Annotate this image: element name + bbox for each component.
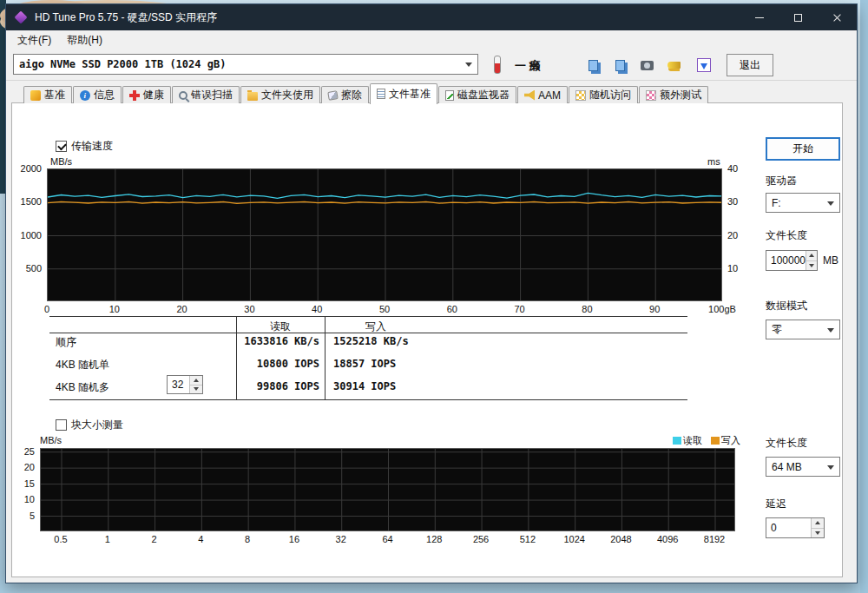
tab-label: 擦除	[341, 88, 362, 102]
error-scan-icon	[179, 91, 187, 100]
start-button[interactable]: 开始	[766, 137, 840, 161]
tick-label: 30	[727, 196, 738, 207]
tab-label: 信息	[94, 88, 115, 102]
exit-button[interactable]: 退出	[727, 54, 773, 76]
tab-label: 健康	[143, 88, 164, 102]
file-length-label: 文件长度	[766, 228, 807, 243]
chevron-down-icon	[827, 465, 834, 470]
tab-info[interactable]: 信息	[73, 86, 122, 103]
tab-file-benchmark[interactable]: 文件基准	[370, 83, 437, 104]
tick-label: 25	[24, 446, 35, 457]
tab-health[interactable]: 健康	[122, 86, 171, 103]
file-length-spin-down[interactable]	[806, 261, 817, 271]
tab-label: 额外测试	[660, 88, 701, 102]
keys-icon	[667, 62, 681, 69]
folder-usage-icon	[247, 92, 258, 101]
delay-spin-up[interactable]	[812, 518, 824, 529]
save-down-icon	[697, 58, 711, 72]
chevron-down-icon	[827, 201, 834, 206]
tick-label: 50	[379, 304, 390, 314]
delay-spin-down[interactable]	[812, 529, 824, 538]
minimize-icon	[755, 17, 764, 18]
drive-select[interactable]: F:	[766, 193, 840, 213]
tab-random-access[interactable]: 随机访问	[569, 86, 638, 103]
read-column-header: 读取	[236, 320, 325, 334]
delay-label: 延迟	[766, 497, 786, 511]
file-benchmark-page: 传输速度 MB/s ms 200015001000500 40302010 01…	[11, 102, 843, 577]
maximize-icon	[794, 14, 802, 22]
save-results-button[interactable]	[692, 54, 716, 76]
window-title: HD Tune Pro 5.75 - 硬盘/SSD 实用程序	[35, 10, 217, 25]
transfer-speed-chart: 200015001000500 40302010 010203040506070…	[47, 168, 722, 301]
sequential-read-value: 1633816 KB/s	[238, 335, 319, 347]
block-size-chart: 252015105 0.5124816326412825651210242048…	[40, 448, 735, 531]
tick-label: 100gB	[708, 304, 736, 314]
y-axis-labels: 252015105	[3, 448, 36, 531]
tick-label: 0	[44, 304, 49, 314]
tab-aam[interactable]: AAM	[517, 86, 568, 103]
tab-label: 基准	[44, 88, 65, 102]
menu-bar: 文件(F) 帮助(H)	[6, 30, 857, 49]
close-button[interactable]	[818, 4, 857, 30]
minimize-button[interactable]	[740, 4, 779, 30]
sequential-write-value: 1525218 KB/s	[333, 335, 409, 347]
tab-label: 磁盘监视器	[457, 88, 510, 102]
tab-label: AAM	[538, 89, 561, 102]
desktop-art	[860, 0, 868, 593]
aam-icon	[524, 90, 535, 101]
tick-label: 15	[24, 478, 35, 489]
menu-file[interactable]: 文件(F)	[10, 30, 59, 50]
transfer-speed-checkbox[interactable]: 传输速度	[56, 139, 113, 154]
options-button[interactable]	[661, 54, 686, 76]
desktop: HD Tune Pro 5.75 - 硬盘/SSD 实用程序 文件(F) 帮助(…	[0, 0, 868, 593]
queue-depth-spin-up[interactable]	[190, 376, 202, 385]
tick-label: 40	[727, 163, 738, 174]
delay-input[interactable]: 0	[766, 517, 825, 538]
health-icon	[129, 90, 140, 101]
menu-help[interactable]: 帮助(H)	[59, 30, 110, 50]
screenshot-button[interactable]	[635, 54, 659, 76]
file-length-spinner[interactable]: 100000	[766, 250, 818, 271]
checkbox-checked-icon	[56, 141, 67, 152]
copy-pages-icon	[615, 60, 625, 71]
queue-depth-spin-down[interactable]	[190, 385, 202, 394]
data-mode-value: 零	[772, 322, 782, 337]
write-column-header: 写入	[325, 320, 427, 334]
tab-label: 文件基准	[389, 87, 431, 102]
tick-label: 30	[244, 304, 254, 314]
benchmark-icon	[30, 90, 41, 101]
tick-label: 90	[649, 304, 660, 314]
tab-folder-usage[interactable]: 文件夹使用	[240, 86, 320, 103]
copy-text-button[interactable]	[581, 54, 605, 76]
close-icon	[832, 13, 842, 23]
y2-axis-unit: ms	[707, 156, 720, 167]
tick-label: 32	[336, 534, 346, 544]
tab-benchmark[interactable]: 基准	[23, 86, 72, 103]
block-chart-y-axis-unit: MB/s	[40, 435, 62, 445]
data-mode-select[interactable]: 零	[766, 320, 840, 339]
copy-image-button[interactable]	[608, 54, 632, 76]
4k-multi-write-value: 30914 IOPS	[333, 380, 396, 392]
bottom-file-length-select[interactable]: 64 MB	[766, 457, 840, 477]
queue-depth-spinner[interactable]: 32	[167, 375, 203, 394]
drive-combobox[interactable]: aigo NVMe SSD P2000 1TB (1024 gB)	[13, 54, 478, 75]
tab-erase[interactable]: 擦除	[321, 86, 369, 103]
block-size-checkbox[interactable]: 块大小测量	[56, 418, 123, 432]
thermometer-icon	[494, 56, 501, 74]
tick-label: 256	[473, 534, 489, 544]
file-length-value: 100000	[766, 251, 806, 270]
x-axis-labels: 0.512481632641282565121024204840968192	[40, 534, 735, 546]
temperature-value: 一 癞	[515, 58, 541, 74]
queue-depth-value: 32	[168, 376, 189, 393]
erase-icon	[327, 90, 339, 101]
tick-label: 0.5	[54, 534, 67, 544]
file-length-spin-up[interactable]	[806, 251, 817, 261]
tab-disk-monitor[interactable]: 磁盘监视器	[438, 86, 516, 103]
checkbox-unchecked-icon	[56, 419, 67, 431]
tab-error-scan[interactable]: 错误扫描	[172, 86, 240, 103]
tick-label: 1024	[563, 534, 584, 544]
chevron-down-icon	[827, 328, 834, 333]
maximize-button[interactable]	[779, 4, 818, 30]
tab-extra-tests[interactable]: 额外测试	[639, 86, 708, 103]
tick-label: 5	[30, 511, 35, 521]
